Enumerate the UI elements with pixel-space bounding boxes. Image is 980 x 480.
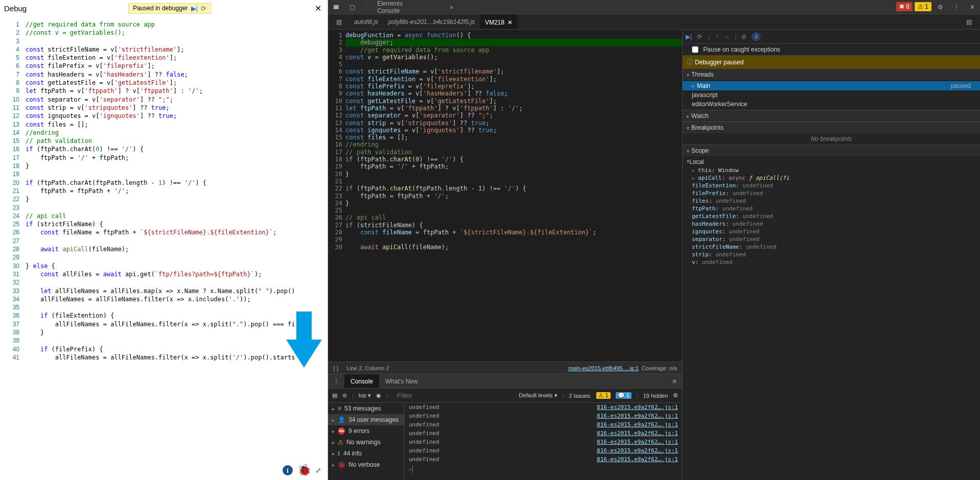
step-over-icon[interactable]: ⟳ — [697, 33, 702, 40]
no-breakpoints: No breakpoints — [683, 134, 980, 143]
src-code[interactable]: debugFunction = async function() { debug… — [345, 30, 682, 362]
console-row[interactable]: undefined816-es2015.e9a2f62….js:1 — [405, 429, 682, 438]
console-filter-input[interactable] — [395, 390, 514, 401]
app-debug-panel: Debug Paused in debugger ▶| ⟳ ✕ 12345678… — [0, 0, 328, 480]
console-side-item[interactable]: ℹ44 info — [328, 448, 404, 459]
cursor-position: Line 2, Column 2 — [346, 365, 389, 371]
resume-icon[interactable]: ▶| — [191, 5, 198, 12]
scope-var[interactable]: files: undefined — [683, 197, 980, 205]
scope-this[interactable]: this: Window — [683, 166, 980, 174]
console-messages: undefined816-es2015.e9a2f62….js:1undefin… — [405, 403, 682, 480]
bug-icon[interactable]: 🐞 — [299, 465, 309, 475]
devtools-close-icon[interactable]: ✕ — [965, 0, 980, 14]
src-gutter: 1234567891011121314151617181920212223242… — [328, 30, 345, 362]
kebab-icon[interactable]: ⋮ — [948, 0, 965, 14]
device-icon[interactable]: ▢ — [344, 0, 360, 14]
console-side-item[interactable]: 👤34 user messages — [328, 414, 404, 425]
scope-section[interactable]: Scope — [683, 145, 980, 156]
status-link[interactable]: main-es2015.ebfb495….js:1 — [568, 365, 639, 371]
scope-var[interactable]: hasHeaders: undefined — [683, 220, 980, 228]
watch-section[interactable]: Watch — [683, 110, 980, 122]
console-row[interactable]: undefined816-es2015.e9a2f62….js:1 — [405, 446, 682, 455]
thread-item[interactable]: javascript — [683, 90, 980, 100]
console-row[interactable]: undefined816-es2015.e9a2f62….js:1 — [405, 403, 682, 412]
expand-icon[interactable]: ⤢ — [315, 466, 321, 474]
debugger-paused-banner: ⓘDebugger paused — [683, 56, 980, 68]
format-icon[interactable]: { } — [333, 365, 338, 371]
console-gear-icon[interactable]: ⚙ — [673, 392, 678, 399]
step-icon[interactable]: → — [724, 33, 730, 40]
tab-console[interactable]: Console — [372, 7, 445, 14]
console-side-item[interactable]: ⚠No warnings — [328, 437, 404, 448]
warn-count-badge[interactable]: ⚠ 1 — [915, 2, 931, 11]
console-toolbar: ▤ ⊘ | top ▾ ◉ | Default levels ▾ | 2 Iss… — [328, 389, 682, 403]
step-icon[interactable]: ⟳ — [201, 5, 206, 12]
resume-button[interactable]: ▶| — [686, 33, 692, 40]
file-tab[interactable]: autofill.js — [349, 14, 383, 29]
more-tabs-icon[interactable]: » — [445, 0, 458, 14]
breakpoints-section[interactable]: Breakpoints — [683, 122, 980, 133]
console-side-item[interactable]: ⛔9 errors — [328, 425, 404, 437]
file-tab[interactable]: VM218✕ — [480, 14, 518, 29]
scope-var[interactable]: separator: undefined — [683, 235, 980, 243]
file-overflow-icon[interactable]: ▤ — [961, 18, 977, 26]
console-tab[interactable]: Console — [344, 374, 379, 388]
issue-info-badge[interactable]: 💬 1 — [616, 392, 632, 399]
scope-var[interactable]: ignquotes: undefined — [683, 228, 980, 235]
close-icon[interactable]: ✕ — [313, 4, 323, 13]
context-selector[interactable]: top ▾ — [359, 392, 371, 399]
console-row[interactable]: undefined816-es2015.e9a2f62….js:1 — [405, 438, 682, 446]
console-row[interactable]: undefined816-es2015.e9a2f62….js:1 — [405, 455, 682, 464]
scope-var[interactable]: getLatestFile: undefined — [683, 212, 980, 220]
console-tabs: ⋮ ConsoleWhat's New ✕ — [328, 374, 682, 389]
debug-title: Debug — [4, 4, 27, 13]
scope-var[interactable]: strictFileName: undefined — [683, 243, 980, 251]
levels-selector[interactable]: Default levels ▾ — [519, 392, 557, 399]
scope-var[interactable]: strip: undefined — [683, 251, 980, 258]
pause-exceptions-icon[interactable]: ⏸ — [752, 32, 761, 41]
devtools-tabs: ⯀ ▢ | ElementsConsoleSourcesNetworkPerfo… — [328, 0, 980, 14]
clear-console-icon[interactable]: ⊘ — [342, 392, 347, 399]
navigator-icon[interactable]: ▤ — [331, 18, 347, 26]
debug-header: Debug Paused in debugger ▶| ⟳ ✕ — [0, 0, 328, 16]
drawer-close-icon[interactable]: ✕ — [667, 378, 682, 385]
devtools-main: 1234567891011121314151617181920212223242… — [328, 30, 980, 480]
pause-caught-checkbox[interactable]: Pause on caught exceptions — [683, 45, 980, 54]
scope-var[interactable]: filePrefix: undefined — [683, 189, 980, 197]
console-prompt[interactable]: › — [405, 464, 682, 475]
scope-var[interactable]: v: undefined — [683, 258, 980, 266]
file-tab[interactable]: polyfills-es201…b4c19b142f5.js — [383, 14, 480, 29]
tab-elements[interactable]: Elements — [372, 0, 445, 7]
drawer-menu-icon[interactable]: ⋮ — [328, 378, 344, 385]
info-icon[interactable]: i — [283, 465, 293, 475]
left-editor: 1234567891011121314151617181920212223242… — [0, 16, 328, 461]
left-code[interactable]: //get required data from source app //co… — [26, 16, 328, 461]
step-into-icon[interactable]: ↓ — [707, 33, 710, 40]
deactivate-bp-icon[interactable]: ⊘ — [741, 33, 746, 40]
threads-section[interactable]: Threads — [683, 69, 980, 80]
scope-local[interactable]: Local — [683, 157, 980, 166]
step-out-icon[interactable]: ↑ — [715, 33, 718, 40]
error-count-badge[interactable]: ✖ 8 — [896, 2, 913, 11]
console-side-item[interactable]: 🐞No verbose — [328, 459, 404, 470]
console-row[interactable]: undefined816-es2015.e9a2f62….js:1 — [405, 420, 682, 429]
inspect-icon[interactable]: ⯀ — [328, 0, 344, 14]
scope-var[interactable]: ftpPath: undefined — [683, 205, 980, 212]
console-sidebar-toggle-icon[interactable]: ▤ — [332, 392, 337, 399]
console-sidebar: ≡53 messages👤34 user messages⛔9 errors⚠N… — [328, 403, 405, 480]
issue-warn-badge[interactable]: ⚠ 1 — [596, 392, 610, 399]
source-file-tabs: ▤ autofill.jspolyfills-es201…b4c19b142f5… — [328, 14, 980, 30]
gear-icon[interactable]: ⚙ — [932, 0, 948, 14]
source-status-bar: { } Line 2, Column 2 main-es2015.ebfb495… — [328, 362, 682, 374]
console-row[interactable]: undefined816-es2015.e9a2f62….js:1 — [405, 412, 682, 420]
scope-var[interactable]: apiCall: async ƒ apiCall(fi — [683, 174, 980, 182]
console-side-item[interactable]: ≡53 messages — [328, 403, 404, 414]
close-icon[interactable]: ✕ — [507, 19, 512, 26]
console-tab[interactable]: What's New — [379, 374, 424, 388]
thread-item[interactable]: editorWorkerService — [683, 100, 980, 109]
live-expr-icon[interactable]: ◉ — [376, 392, 381, 399]
scope-var[interactable]: fileExtention: undefined — [683, 182, 980, 189]
thread-item[interactable]: ▸Mainpaused — [683, 81, 980, 90]
issues-label[interactable]: 2 Issues: — [569, 393, 591, 399]
hidden-count[interactable]: 19 hidden — [643, 393, 668, 399]
